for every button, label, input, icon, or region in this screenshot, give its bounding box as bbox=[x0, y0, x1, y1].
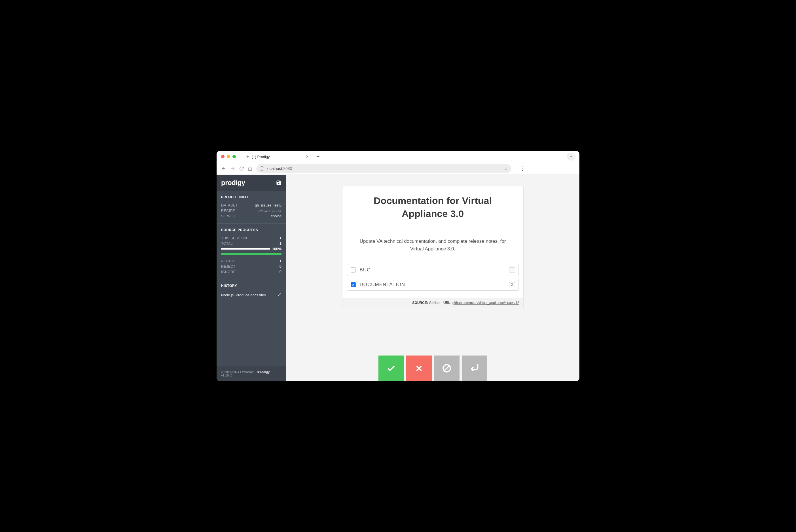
ignore-value: 0 bbox=[279, 270, 281, 274]
url-bar[interactable]: i localhost:8080 ☆ bbox=[256, 164, 512, 173]
maximize-window-button[interactable] bbox=[233, 155, 236, 158]
x-icon bbox=[414, 363, 424, 373]
check-icon bbox=[386, 363, 396, 373]
checkbox-icon bbox=[351, 282, 356, 287]
sidebar: prodigy PROJECT INFO DATASET gh_issues_t… bbox=[217, 175, 286, 381]
save-button[interactable] bbox=[276, 180, 281, 186]
arrow-right-icon bbox=[230, 166, 235, 171]
viewid-label: VIEW ID bbox=[221, 214, 235, 218]
viewid-value: choice bbox=[271, 214, 281, 218]
minimize-window-button[interactable] bbox=[227, 155, 230, 158]
accept-button[interactable] bbox=[378, 356, 404, 381]
reject-row: REJECT 0 bbox=[221, 264, 281, 269]
browser-window: ✦ (1) Prodigy × + i localhost:8080 ☆ ⋮ bbox=[217, 151, 579, 381]
tabs-dropdown-button[interactable] bbox=[567, 153, 575, 160]
arrow-left-icon bbox=[221, 166, 226, 171]
source-url-link[interactable]: github.com/ncbo/virtual_appliance/issues… bbox=[452, 301, 519, 305]
url-host: localhost bbox=[266, 166, 282, 171]
progress-percent: 100% bbox=[272, 247, 281, 251]
app: prodigy PROJECT INFO DATASET gh_issues_t… bbox=[217, 175, 579, 381]
accept-value: 1 bbox=[279, 259, 281, 263]
ban-icon bbox=[442, 363, 451, 373]
reload-icon bbox=[239, 166, 244, 171]
return-icon bbox=[470, 363, 479, 373]
viewid-row: VIEW ID choice bbox=[221, 213, 281, 219]
history-item-text: Node.js: Produce docs files bbox=[221, 293, 266, 297]
source-progress-title: SOURCE PROGRESS bbox=[221, 228, 281, 232]
url-port: :8080 bbox=[282, 166, 292, 171]
bookmark-button[interactable]: ☆ bbox=[504, 166, 508, 171]
source-value: GitHub bbox=[429, 301, 439, 305]
home-icon bbox=[248, 166, 252, 171]
progress-bar bbox=[221, 248, 270, 250]
product-version: v1.15.8) bbox=[221, 374, 233, 377]
accept-row: ACCEPT 1 bbox=[221, 258, 281, 264]
browser-tab[interactable]: ✦ (1) Prodigy × bbox=[243, 151, 312, 162]
ignore-label: IGNORE bbox=[221, 270, 236, 274]
titlebar: ✦ (1) Prodigy × + bbox=[217, 151, 579, 162]
dataset-value: gh_issues_test6 bbox=[255, 203, 281, 207]
new-tab-button[interactable]: + bbox=[317, 154, 320, 160]
choice-bug[interactable]: BUG 1 bbox=[347, 264, 519, 276]
total-row: TOTAL 1 bbox=[221, 241, 281, 246]
ignore-row: IGNORE 0 bbox=[221, 269, 281, 274]
task-title: Documentation for Virtual Appliance 3.0 bbox=[343, 186, 523, 223]
source-progress-section: SOURCE PROGRESS THIS SESSION 1 TOTAL 1 1… bbox=[217, 224, 286, 279]
reject-value: 0 bbox=[279, 264, 281, 269]
choice-label: BUG bbox=[360, 267, 371, 273]
total-value: 1 bbox=[279, 241, 281, 246]
check-icon bbox=[352, 283, 355, 286]
session-label: THIS SESSION bbox=[221, 236, 247, 240]
forward-button[interactable] bbox=[230, 166, 235, 171]
history-title: HISTORY bbox=[221, 284, 281, 288]
project-info-title: PROJECT INFO bbox=[221, 195, 281, 199]
home-button[interactable] bbox=[248, 166, 252, 171]
save-icon bbox=[276, 180, 281, 186]
project-info-section: PROJECT INFO DATASET gh_issues_test6 REC… bbox=[217, 191, 286, 224]
url-label: URL: bbox=[443, 301, 451, 305]
sidebar-header: prodigy bbox=[217, 175, 286, 191]
choice-documentation[interactable]: DOCUMENTATION 2 bbox=[347, 279, 519, 291]
ignore-button[interactable] bbox=[434, 356, 460, 381]
choice-key: 2 bbox=[509, 282, 515, 287]
task-card: Documentation for Virtual Appliance 3.0 … bbox=[342, 186, 523, 308]
tab-title: (1) Prodigy bbox=[252, 155, 270, 159]
checkbox-icon bbox=[351, 267, 356, 272]
browser-menu-button[interactable]: ⋮ bbox=[520, 166, 525, 172]
close-tab-button[interactable]: × bbox=[306, 154, 309, 159]
svg-line-5 bbox=[444, 366, 449, 371]
check-icon bbox=[277, 292, 281, 298]
main: Documentation for Virtual Appliance 3.0 … bbox=[286, 175, 579, 381]
history-item[interactable]: Node.js: Produce docs files bbox=[221, 291, 281, 299]
sparkle-icon: ✦ bbox=[246, 154, 249, 159]
site-info-icon[interactable]: i bbox=[260, 166, 264, 171]
accept-bar bbox=[221, 253, 281, 255]
source-label: SOURCE: bbox=[412, 301, 428, 305]
accept-label: ACCEPT bbox=[221, 259, 236, 263]
dataset-label: DATASET bbox=[221, 203, 238, 207]
chevron-down-icon bbox=[569, 155, 573, 158]
choice-key: 1 bbox=[509, 267, 515, 272]
action-bar bbox=[378, 356, 487, 381]
back-button[interactable] bbox=[221, 166, 226, 171]
copyright: © 2017-2024 Explosion bbox=[221, 370, 254, 374]
session-value: 1 bbox=[279, 236, 281, 240]
choices: BUG 1 DOCUMENTATION 2 bbox=[343, 264, 523, 298]
traffic-lights bbox=[221, 155, 236, 158]
task-meta: SOURCE: GitHub URL: github.com/ncbo/virt… bbox=[343, 298, 523, 308]
reload-button[interactable] bbox=[239, 166, 244, 171]
reject-label: REJECT bbox=[221, 264, 236, 269]
toolbar: i localhost:8080 ☆ ⋮ bbox=[217, 162, 579, 175]
total-label: TOTAL bbox=[221, 241, 233, 246]
reject-button[interactable] bbox=[406, 356, 432, 381]
session-row: THIS SESSION 1 bbox=[221, 235, 281, 241]
dataset-row: DATASET gh_issues_test6 bbox=[221, 203, 281, 208]
close-window-button[interactable] bbox=[221, 155, 224, 158]
task-body: Update VA technical documentation, and c… bbox=[343, 223, 523, 264]
sidebar-footer: © 2017-2024 Explosion (Prodigy v1.15.8) bbox=[217, 366, 286, 381]
recipe-row: RECIPE textcat.manual bbox=[221, 208, 281, 213]
undo-button[interactable] bbox=[462, 356, 487, 381]
product-name: Prodigy bbox=[258, 370, 270, 374]
logo: prodigy bbox=[221, 179, 245, 187]
choice-label: DOCUMENTATION bbox=[360, 282, 405, 287]
